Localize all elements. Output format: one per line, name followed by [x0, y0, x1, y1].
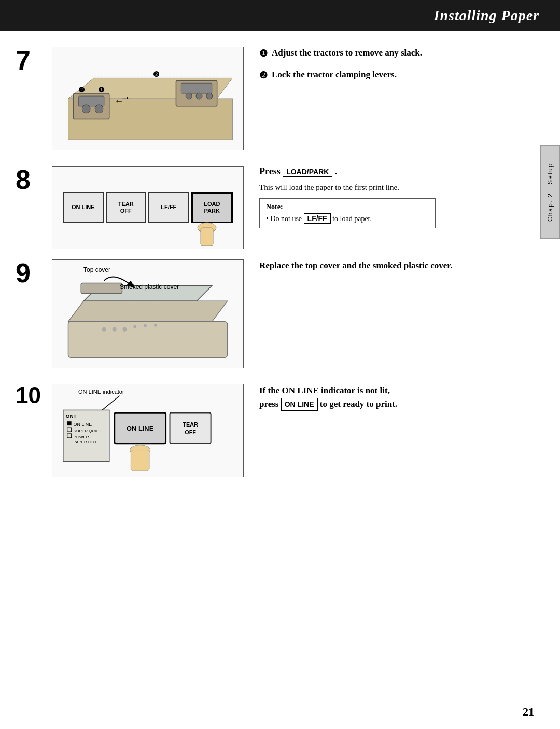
page-title: Installing Paper	[434, 7, 539, 24]
note-label: Note:	[266, 203, 429, 211]
step-7-svg: → ❷ ❶ ❷ ←	[52, 47, 243, 150]
bullet-1: ❶	[259, 48, 268, 59]
svg-rect-23	[81, 283, 122, 294]
bullet-2: ❷	[259, 70, 268, 81]
label-smoked-plastic: Smoked plastic cover	[120, 283, 179, 291]
svg-rect-9	[181, 83, 212, 93]
svg-point-30	[154, 324, 157, 327]
label-top-cover: Top cover	[83, 266, 110, 273]
step-10-instructions: If the ON LINE indicator is not lit, pre…	[259, 384, 519, 411]
on-line-bold: ON LINE indicator	[282, 386, 355, 395]
on-line-key: ON LINE	[281, 398, 318, 411]
svg-point-27	[122, 327, 127, 332]
svg-text:POWER: POWER	[74, 435, 89, 439]
finger-svg	[186, 212, 228, 249]
step-10-instruction-text: If the ON LINE indicator is not lit, pre…	[259, 384, 519, 411]
note-text: • Do not use LF/FF to load paper.	[266, 213, 429, 224]
svg-text:ON LINE: ON LINE	[74, 422, 92, 427]
svg-text:PAPER OUT: PAPER OUT	[74, 439, 97, 444]
step-10-row: 10 ON LINE indicator ONT ON LINE SUPER Q…	[16, 384, 519, 477]
svg-point-10	[186, 93, 192, 99]
svg-text:❷: ❷	[78, 86, 85, 94]
key-lf-ff: LF/FF	[148, 192, 189, 223]
svg-rect-47	[131, 450, 149, 471]
step-7-instruction-2: ❷ Lock the tractor clamping levers.	[259, 68, 519, 81]
svg-point-11	[196, 93, 202, 99]
svg-text:❶: ❶	[98, 86, 105, 94]
svg-point-29	[144, 324, 147, 327]
step-9-image: Top cover Smoked plastic cover	[52, 259, 244, 368]
step-10-svg: ONT ON LINE SUPER QUIET POWER PAPER OUT …	[52, 384, 243, 477]
step-7-image: → ❷ ❶ ❷ ←	[52, 47, 244, 150]
chapter-tab: Chap. 2 Setup	[540, 145, 560, 239]
press-line: Press LOAD/PARK .	[259, 166, 519, 177]
page-number: 21	[523, 705, 534, 719]
lf-ff-key-note: LF/FF	[304, 213, 331, 224]
svg-text:❷: ❷	[153, 70, 160, 78]
press-period: .	[335, 166, 338, 176]
step-9-svg	[52, 260, 243, 368]
step-9-instructions: Replace the top cover and the smoked pla…	[259, 259, 519, 272]
svg-marker-21	[68, 301, 227, 322]
step-7-number: 7	[16, 47, 52, 74]
instruction-1-text: Adjust the tractors to remove any slack.	[272, 47, 422, 59]
step-8-row: 8 ON LINE TEAROFF LF/FF LOADPARK Press L…	[16, 166, 519, 249]
svg-text:TEAR: TEAR	[183, 421, 198, 428]
svg-text:ONT: ONT	[66, 413, 77, 419]
key-online: ON LINE	[63, 192, 104, 223]
step-9-instruction-text: Replace the top cover and the smoked pla…	[259, 259, 519, 272]
step-10-number: 10	[16, 384, 52, 407]
step-8-description: This will load the paper to the first pr…	[259, 183, 519, 192]
step-7-row: 7	[16, 47, 519, 150]
load-park-key-label: LOAD/PARK	[283, 167, 332, 177]
instruction-2-text: Lock the tractor clamping levers.	[272, 68, 397, 81]
step-8-number: 8	[16, 166, 52, 193]
step-10-image: ON LINE indicator ONT ON LINE SUPER QUIE…	[52, 384, 244, 477]
svg-point-6	[82, 105, 90, 113]
step-7-instructions: ❶ Adjust the tractors to remove any slac…	[259, 47, 519, 90]
svg-rect-20	[68, 322, 227, 357]
svg-point-25	[102, 327, 106, 332]
step-9-number: 9	[16, 259, 52, 286]
step-8-image: ON LINE TEAROFF LF/FF LOADPARK	[52, 166, 244, 249]
svg-rect-34	[67, 421, 72, 425]
svg-point-28	[133, 325, 136, 328]
svg-text:←: ←	[115, 95, 124, 106]
svg-point-12	[206, 93, 213, 99]
step-9-row: 9 Top cover Smoked plastic cover	[16, 259, 519, 368]
step-7-instruction-1: ❶ Adjust the tractors to remove any slac…	[259, 47, 519, 59]
svg-text:SUPER QUIET: SUPER QUIET	[74, 429, 102, 433]
svg-point-7	[95, 105, 103, 113]
press-label: Press	[259, 166, 283, 176]
svg-text:ON LINE: ON LINE	[127, 424, 154, 432]
svg-point-26	[113, 327, 117, 332]
note-box: Note: • Do not use LF/FF to load paper.	[259, 198, 436, 228]
svg-text:OFF: OFF	[185, 429, 196, 435]
svg-rect-19	[201, 228, 213, 246]
chapter-label: Chap. 2 Setup	[547, 162, 554, 221]
main-content: 7	[0, 31, 539, 729]
key-tear-off: TEAROFF	[106, 192, 147, 223]
step-8-instructions: Press LOAD/PARK . This will load the pap…	[259, 166, 519, 228]
svg-rect-43	[170, 412, 211, 443]
page-header: Installing Paper	[0, 0, 560, 31]
